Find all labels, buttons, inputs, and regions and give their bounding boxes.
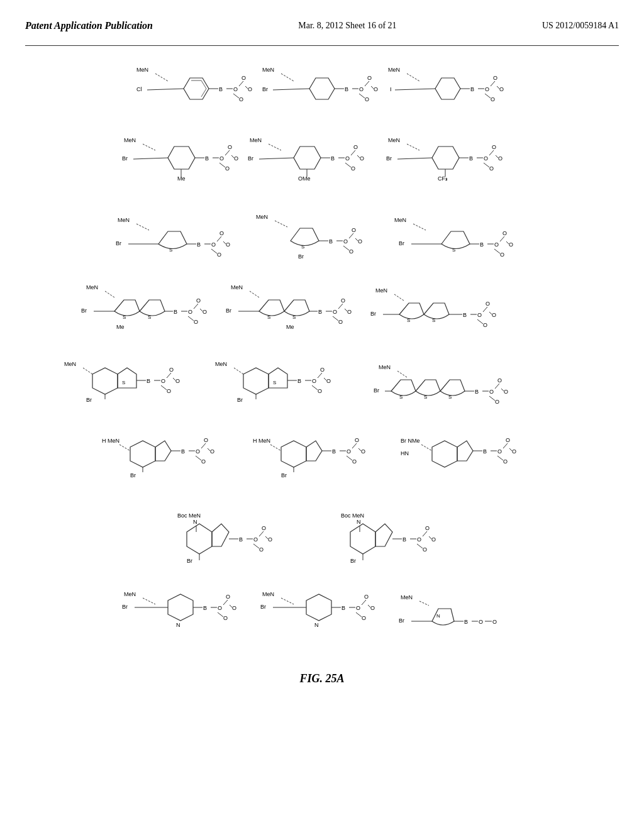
svg-text:O: O <box>349 248 353 255</box>
svg-text:Br: Br <box>86 397 92 403</box>
svg-text:N: N <box>314 622 319 628</box>
svg-line-34 <box>407 74 419 81</box>
figure-label: FIG. 25A <box>299 672 344 685</box>
svg-text:Br: Br <box>116 240 121 246</box>
svg-text:O: O <box>341 297 345 304</box>
svg-text:HN: HN <box>401 450 409 456</box>
svg-text:S: S <box>169 247 172 253</box>
svg-line-100 <box>136 224 149 230</box>
svg-text:O: O <box>217 252 221 258</box>
svg-text:O: O <box>253 536 258 543</box>
svg-text:B: B <box>331 155 335 162</box>
svg-line-5 <box>201 89 206 97</box>
svg-text:O: O <box>333 309 337 315</box>
svg-text:B: B <box>147 378 150 384</box>
svg-text:MeN: MeN <box>136 67 148 73</box>
svg-marker-211 <box>243 368 269 394</box>
svg-text:O: O <box>226 594 230 600</box>
svg-text:S: S <box>407 318 410 323</box>
svg-text:O: O <box>492 312 496 318</box>
svg-text:O: O <box>495 399 499 405</box>
svg-text:MeN: MeN <box>231 284 243 290</box>
svg-text:Br: Br <box>298 253 304 260</box>
svg-text:O: O <box>169 367 174 373</box>
svg-text:O: O <box>512 448 516 455</box>
compound-7: MeN S Br B O O O O <box>114 213 253 269</box>
svg-text:O: O <box>211 241 216 248</box>
compound-17: H MeN Br B O O O O <box>247 433 397 502</box>
svg-line-240 <box>489 396 495 401</box>
svg-line-86 <box>397 158 432 159</box>
svg-text:H  MeN: H MeN <box>102 438 119 444</box>
svg-text:O: O <box>223 615 228 621</box>
svg-line-296 <box>259 531 264 536</box>
svg-text:O: O <box>210 448 214 455</box>
svg-line-226 <box>397 371 407 377</box>
svg-text:S: S <box>122 380 125 385</box>
svg-line-284 <box>497 456 503 460</box>
compound-22: MeN N Br B O O O O <box>259 587 397 656</box>
svg-line-210 <box>234 368 243 374</box>
svg-text:O: O <box>201 458 206 465</box>
svg-text:S: S <box>424 394 427 400</box>
svg-text:O: O <box>417 536 421 543</box>
svg-text:O: O <box>493 75 497 81</box>
svg-text:O: O <box>503 458 508 465</box>
svg-text:B: B <box>181 448 185 455</box>
svg-line-251 <box>201 443 206 448</box>
svg-text:N: N <box>176 622 180 628</box>
svg-line-178 <box>394 294 404 301</box>
svg-line-37 <box>395 89 435 90</box>
svg-line-187 <box>483 307 487 312</box>
svg-text:S: S <box>123 314 126 320</box>
svg-text:O: O <box>232 605 236 611</box>
svg-marker-20 <box>309 78 335 99</box>
svg-marker-274 <box>432 441 457 467</box>
compound-6: MeN Br CF₃ B O O O O <box>385 133 523 202</box>
svg-line-161 <box>250 291 259 297</box>
svg-text:O: O <box>497 377 502 384</box>
svg-line-266 <box>352 443 357 448</box>
svg-text:O: O <box>502 230 507 236</box>
svg-line-351 <box>419 601 429 606</box>
svg-text:O: O <box>483 322 487 328</box>
svg-line-194 <box>83 368 92 374</box>
svg-line-115 <box>275 221 287 227</box>
svg-text:MeN: MeN <box>250 137 262 143</box>
svg-line-122 <box>349 233 353 238</box>
svg-text:B: B <box>480 241 484 248</box>
svg-text:Br: Br <box>122 155 128 162</box>
svg-text:Br  NMe: Br NMe <box>401 438 420 444</box>
compound-3: MeN I B O O O O <box>385 62 511 125</box>
svg-text:O: O <box>161 378 165 384</box>
svg-text:Br: Br <box>370 311 376 317</box>
svg-text:O: O <box>425 525 430 531</box>
svg-text:O: O <box>358 238 362 245</box>
svg-line-66 <box>269 144 281 150</box>
svg-line-154 <box>194 304 198 309</box>
svg-line-49 <box>143 144 155 150</box>
svg-text:I: I <box>390 86 392 92</box>
svg-text:B: B <box>297 378 301 384</box>
svg-text:O: O <box>320 367 325 373</box>
compound-13: MeN S Br B O O O O <box>58 357 209 426</box>
row-3: MeN S Br B O O O O <box>25 209 619 272</box>
svg-text:O: O <box>479 619 483 625</box>
svg-text:O: O <box>491 96 495 102</box>
svg-text:Br: Br <box>248 155 253 162</box>
svg-text:O: O <box>219 155 224 162</box>
svg-line-328 <box>223 600 228 605</box>
svg-marker-259 <box>281 441 306 467</box>
svg-text:O: O <box>362 615 366 621</box>
svg-line-19 <box>281 74 294 81</box>
svg-text:B: B <box>329 238 333 245</box>
svg-marker-320 <box>168 594 193 621</box>
row-2: MeN Br Me B O O O O <box>25 133 619 202</box>
svg-line-280 <box>503 443 508 448</box>
svg-line-129 <box>413 224 426 230</box>
svg-text:MeN: MeN <box>262 591 274 597</box>
svg-text:O: O <box>352 227 356 233</box>
svg-line-219 <box>318 373 322 378</box>
svg-text:MeN: MeN <box>388 67 400 73</box>
svg-line-4 <box>201 80 206 89</box>
